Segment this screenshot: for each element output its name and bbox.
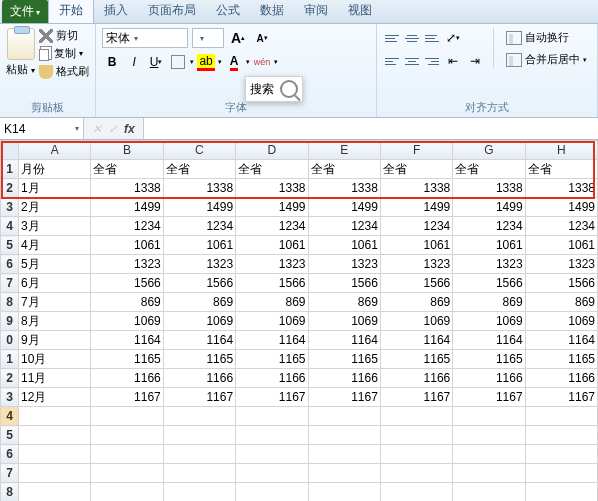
cell[interactable] (163, 483, 235, 502)
cell[interactable]: 全省 (380, 160, 452, 179)
cell[interactable]: 1566 (453, 274, 525, 293)
cell[interactable]: 1234 (380, 217, 452, 236)
font-color-button[interactable]: A (224, 52, 244, 72)
font-size-combo[interactable]: ▾ (192, 28, 224, 48)
cell[interactable]: 1164 (163, 331, 235, 350)
cell[interactable]: 1338 (525, 179, 597, 198)
cell[interactable]: 1338 (308, 179, 380, 198)
align-middle-button[interactable] (403, 30, 421, 46)
spreadsheet-grid[interactable]: ABCDEFGH1月份全省全省全省全省全省全省全省21月133813381338… (0, 140, 598, 501)
cell[interactable]: 1166 (163, 369, 235, 388)
cell[interactable] (19, 483, 91, 502)
cell[interactable]: 1061 (308, 236, 380, 255)
cell[interactable]: 1069 (163, 312, 235, 331)
cell[interactable]: 1566 (380, 274, 452, 293)
cell[interactable]: 869 (91, 293, 163, 312)
cell[interactable]: 6月 (19, 274, 91, 293)
cell[interactable] (308, 483, 380, 502)
italic-button[interactable]: I (124, 52, 144, 72)
cell[interactable]: 全省 (236, 160, 308, 179)
cell[interactable]: 1566 (163, 274, 235, 293)
cell[interactable] (19, 464, 91, 483)
column-header[interactable]: B (91, 141, 163, 160)
cell[interactable]: 1165 (308, 350, 380, 369)
row-header[interactable]: 3 (1, 388, 19, 407)
align-top-button[interactable] (383, 30, 401, 46)
cell[interactable]: 1164 (91, 331, 163, 350)
bold-button[interactable]: B (102, 52, 122, 72)
cell[interactable]: 1166 (525, 369, 597, 388)
cut-button[interactable]: 剪切 (39, 28, 89, 43)
cell[interactable]: 869 (453, 293, 525, 312)
cell[interactable]: 1323 (308, 255, 380, 274)
cell[interactable]: 全省 (453, 160, 525, 179)
copy-button[interactable]: 复制 ▾ (39, 46, 89, 61)
row-header[interactable]: 4 (1, 217, 19, 236)
decrease-indent-button[interactable]: ⇤ (443, 51, 463, 71)
cell[interactable]: 1167 (453, 388, 525, 407)
cell[interactable]: 1月 (19, 179, 91, 198)
cell[interactable]: 1338 (91, 179, 163, 198)
cell[interactable]: 1566 (525, 274, 597, 293)
phonetic-button[interactable]: wén (252, 52, 272, 72)
column-header[interactable]: G (453, 141, 525, 160)
cell[interactable]: 1166 (380, 369, 452, 388)
column-header[interactable]: F (380, 141, 452, 160)
cell[interactable] (380, 445, 452, 464)
cell[interactable]: 1167 (236, 388, 308, 407)
fx-button[interactable]: fx (124, 122, 135, 136)
row-header[interactable]: 3 (1, 198, 19, 217)
cell[interactable]: 全省 (91, 160, 163, 179)
cell[interactable]: 869 (380, 293, 452, 312)
cell[interactable]: 1338 (236, 179, 308, 198)
row-header[interactable]: 9 (1, 312, 19, 331)
cell[interactable]: 1069 (91, 312, 163, 331)
cell[interactable]: 1338 (453, 179, 525, 198)
cell[interactable]: 1069 (525, 312, 597, 331)
cell[interactable]: 1323 (380, 255, 452, 274)
cell[interactable]: 1164 (308, 331, 380, 350)
cell[interactable] (380, 464, 452, 483)
cell[interactable]: 7月 (19, 293, 91, 312)
cell[interactable]: 1165 (453, 350, 525, 369)
align-left-button[interactable] (383, 53, 401, 69)
cell[interactable] (236, 464, 308, 483)
column-header[interactable]: E (308, 141, 380, 160)
cell[interactable]: 1234 (525, 217, 597, 236)
row-header[interactable]: 5 (1, 426, 19, 445)
cell[interactable]: 3月 (19, 217, 91, 236)
tab-0[interactable]: 开始 (48, 0, 94, 23)
name-box[interactable]: K14▾ (0, 118, 84, 139)
cell[interactable] (308, 426, 380, 445)
cell[interactable]: 9月 (19, 331, 91, 350)
tab-1[interactable]: 插入 (94, 0, 138, 23)
cell[interactable]: 1323 (163, 255, 235, 274)
cell[interactable]: 1061 (380, 236, 452, 255)
paste-icon[interactable] (7, 28, 35, 60)
cell[interactable]: 1234 (236, 217, 308, 236)
cell[interactable]: 12月 (19, 388, 91, 407)
merge-center-button[interactable]: 合并后居中 ▾ (502, 50, 591, 69)
cell[interactable] (380, 483, 452, 502)
paste-button[interactable]: 粘贴 ▾ (6, 62, 35, 77)
cell[interactable]: 1165 (380, 350, 452, 369)
tab-5[interactable]: 审阅 (294, 0, 338, 23)
cell[interactable]: 1165 (163, 350, 235, 369)
cell[interactable]: 1166 (308, 369, 380, 388)
row-header[interactable]: 8 (1, 293, 19, 312)
cell[interactable] (236, 426, 308, 445)
cell[interactable]: 1061 (453, 236, 525, 255)
cell[interactable] (91, 464, 163, 483)
cell[interactable]: 全省 (163, 160, 235, 179)
column-header[interactable]: C (163, 141, 235, 160)
cell[interactable]: 1499 (525, 198, 597, 217)
cell[interactable]: 1164 (525, 331, 597, 350)
cell[interactable]: 1167 (308, 388, 380, 407)
cell[interactable]: 1499 (236, 198, 308, 217)
cell[interactable]: 1499 (308, 198, 380, 217)
enter-icon[interactable]: ✓ (108, 122, 118, 136)
cell[interactable]: 月份 (19, 160, 91, 179)
increase-indent-button[interactable]: ⇥ (465, 51, 485, 71)
cell[interactable] (19, 426, 91, 445)
cell[interactable] (91, 407, 163, 426)
